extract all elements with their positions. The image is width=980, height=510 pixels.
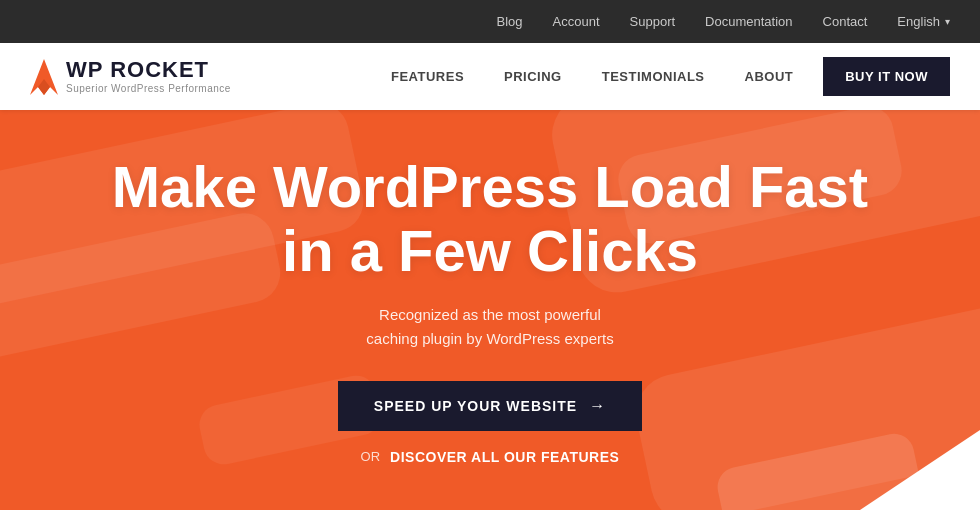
hero-title-line2: in a Few Clicks	[282, 218, 698, 283]
topbar-documentation-link[interactable]: Documentation	[705, 14, 792, 29]
white-triangle-decoration	[860, 430, 980, 510]
arrow-right-icon: →	[589, 397, 606, 415]
or-label: OR	[361, 449, 381, 464]
hero-subtitle-line2: caching plugin by WordPress experts	[366, 330, 613, 347]
topbar-blog-link[interactable]: Blog	[497, 14, 523, 29]
topbar-contact-link[interactable]: Contact	[823, 14, 868, 29]
hero-section: Make WordPress Load Fast in a Few Clicks…	[0, 110, 980, 510]
main-nav-links: FEATURES PRICING TESTIMONIALS ABOUT	[391, 69, 793, 84]
discover-row: OR DISCOVER ALL OUR FEATURES	[112, 449, 868, 465]
language-selector[interactable]: English ▾	[897, 14, 950, 29]
logo-subtitle: Superior WordPress Performance	[66, 83, 231, 94]
nav-features-link[interactable]: FEATURES	[391, 69, 464, 84]
buy-now-button[interactable]: BUY IT NOW	[823, 57, 950, 96]
top-bar-nav: Blog Account Support Documentation Conta…	[497, 14, 950, 29]
topbar-account-link[interactable]: Account	[553, 14, 600, 29]
hero-title: Make WordPress Load Fast in a Few Clicks	[112, 155, 868, 283]
logo-text: WP ROCKET Superior WordPress Performance	[66, 59, 231, 94]
logo-icon	[30, 59, 58, 95]
chevron-down-icon: ▾	[945, 16, 950, 27]
speed-up-button-label: SPEED UP YOUR WEBSITE	[374, 398, 577, 414]
logo[interactable]: WP ROCKET Superior WordPress Performance	[30, 59, 231, 95]
hero-title-line1: Make WordPress Load Fast	[112, 154, 868, 219]
logo-title: WP ROCKET	[66, 59, 231, 81]
topbar-support-link[interactable]: Support	[630, 14, 676, 29]
nav-pricing-link[interactable]: PRICING	[504, 69, 562, 84]
top-bar: Blog Account Support Documentation Conta…	[0, 0, 980, 43]
discover-features-link[interactable]: DISCOVER ALL OUR FEATURES	[390, 449, 619, 465]
hero-subtitle: Recognized as the most powerful caching …	[330, 303, 650, 351]
nav-testimonials-link[interactable]: TESTIMONIALS	[602, 69, 705, 84]
speed-up-button[interactable]: SPEED UP YOUR WEBSITE →	[338, 381, 642, 431]
language-label: English	[897, 14, 940, 29]
main-nav: WP ROCKET Superior WordPress Performance…	[0, 43, 980, 110]
hero-subtitle-line1: Recognized as the most powerful	[379, 306, 601, 323]
nav-about-link[interactable]: ABOUT	[745, 69, 794, 84]
hero-content: Make WordPress Load Fast in a Few Clicks…	[112, 155, 868, 465]
